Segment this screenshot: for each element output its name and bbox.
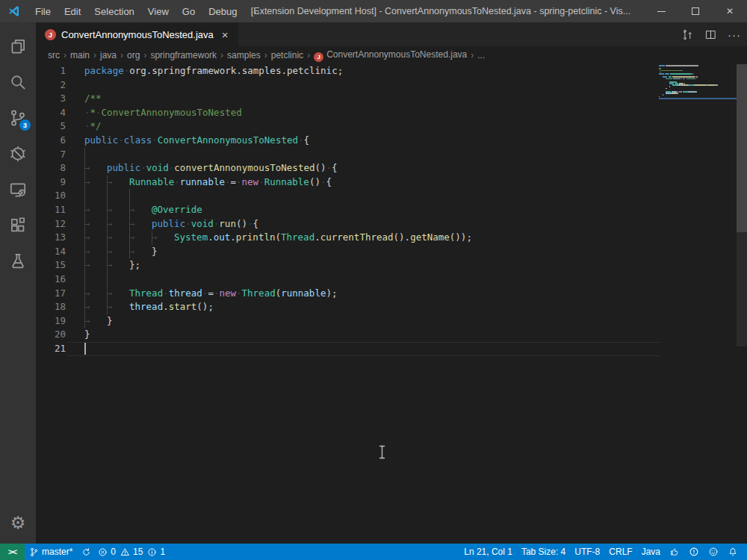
code-line-9[interactable]: →→Runnable·runnable·=·new·Runnable()·{ xyxy=(36,175,657,190)
minimize-button[interactable] xyxy=(644,0,678,22)
breadcrumb-item-samples[interactable]: samples xyxy=(226,50,262,60)
token: (); xyxy=(196,301,214,312)
code-line-2[interactable] xyxy=(36,78,657,93)
code-editor[interactable]: 123456789101112131415161718192021 packag… xyxy=(36,64,747,544)
menu-item-go[interactable]: Go xyxy=(176,0,202,22)
code-line-15[interactable]: →→}; xyxy=(36,258,657,273)
status-host-info[interactable] xyxy=(684,544,704,560)
code-line-13[interactable]: →→→→System.out.println(Thread.currentThr… xyxy=(36,231,657,245)
scrollbar-slider[interactable] xyxy=(737,64,747,232)
token: }; xyxy=(129,259,140,270)
whitespace-dot: · xyxy=(225,176,231,187)
vertical-scrollbar[interactable] xyxy=(737,64,747,544)
breadcrumb-item-springframework[interactable]: springframework xyxy=(149,50,218,60)
code-line-12[interactable]: →→→public·void·run()·{ xyxy=(36,217,657,231)
activity-bar-item-search[interactable] xyxy=(0,64,36,100)
whitespace-dot: · xyxy=(247,218,253,229)
code-line-4[interactable]: ·*·ConvertAnnonymousToNested xyxy=(36,106,657,120)
breadcrumb-item-main[interactable]: main xyxy=(69,50,91,60)
code-line-11[interactable]: →→→@Override xyxy=(36,203,657,217)
code-line-19[interactable]: →} xyxy=(36,314,657,329)
code-line-3[interactable]: /** xyxy=(36,92,657,106)
token: new xyxy=(242,176,259,187)
menu-item-file[interactable]: File xyxy=(28,0,58,22)
code-line-text: public·class·ConvertAnnonymousToNested·{ xyxy=(84,134,309,148)
status-git-branch[interactable]: master* xyxy=(25,544,77,560)
thumbsup-icon xyxy=(669,547,680,557)
code-line-16[interactable] xyxy=(36,273,657,287)
maximize-button[interactable] xyxy=(678,0,713,22)
code-line-18[interactable]: →→thread.start(); xyxy=(36,300,657,314)
activity-bar-item-source-control[interactable]: 3 xyxy=(0,100,36,136)
status-feedback-thumbsup[interactable] xyxy=(665,544,684,560)
whitespace-dot: · xyxy=(236,287,242,299)
breadcrumb-item-org[interactable]: org xyxy=(125,50,141,60)
code-line-1[interactable]: package·org.springframework.samples.petc… xyxy=(36,64,657,78)
code-line-text: →→thread.start(); xyxy=(84,300,214,314)
close-button[interactable]: ✕ xyxy=(713,0,747,22)
token: (). xyxy=(394,231,411,243)
editor-action-more-actions[interactable]: ··· xyxy=(728,28,741,41)
status-cursor-position[interactable]: Ln 21, Col 1 xyxy=(459,544,517,560)
breadcrumb-item-petclinic[interactable]: petclinic xyxy=(270,50,305,60)
extensions-icon xyxy=(8,216,28,235)
breadcrumb-item-java[interactable]: java xyxy=(99,50,118,60)
code-line-6[interactable]: public·class·ConvertAnnonymousToNested·{ xyxy=(36,134,657,148)
whitespace-dot: · xyxy=(258,176,264,187)
remote-indicator[interactable]: >< xyxy=(0,544,25,560)
java-file-icon: J xyxy=(314,52,323,62)
token: /** xyxy=(84,93,102,104)
activity-bar-item-explorer[interactable] xyxy=(0,28,36,64)
code-line-10[interactable] xyxy=(36,189,657,203)
menu-item-debug[interactable]: Debug xyxy=(202,0,244,22)
maximize-icon xyxy=(692,7,699,15)
status-eol-sequence[interactable]: CRLF xyxy=(604,544,636,560)
activity-bar-item-remote-explorer[interactable] xyxy=(0,172,36,208)
activity-bar-item-settings[interactable]: ⚙ xyxy=(0,508,36,538)
breadcrumb-item-ConvertAnnonymousToNestedjava[interactable]: JConvertAnnonymousToNested.java xyxy=(312,49,468,62)
whitespace-tab: → xyxy=(107,287,129,301)
minimap[interactable] xyxy=(659,65,737,99)
menu-item-edit[interactable]: Edit xyxy=(58,0,87,22)
code-line-21[interactable] xyxy=(36,342,657,356)
code-line-17[interactable]: →→Thread·thread·=·new·Thread(runnable); xyxy=(36,287,657,301)
code-line-14[interactable]: →→→} xyxy=(36,245,657,259)
info-icon xyxy=(147,547,157,557)
menu-item-selection[interactable]: Selection xyxy=(87,0,140,22)
code-line-8[interactable]: →public·void·convertAnnonymousToNested()… xyxy=(36,161,657,175)
token: . xyxy=(163,301,169,312)
code-line-7[interactable] xyxy=(36,148,657,162)
status-problems-infos[interactable]: 1 xyxy=(145,544,167,560)
breadcrumb-item-src[interactable]: src xyxy=(46,50,61,60)
whitespace-dot: · xyxy=(185,218,191,229)
code-line-5[interactable]: ·*/ xyxy=(36,119,657,134)
token: Runnable xyxy=(129,176,174,187)
status-notifications[interactable] xyxy=(723,544,743,560)
token: println xyxy=(236,231,276,243)
editor-action-open-changes[interactable] xyxy=(681,28,694,41)
status-encoding[interactable]: UTF-8 xyxy=(570,544,604,560)
status-language-mode[interactable]: Java xyxy=(637,544,665,560)
editor-region: JConvertAnnonymousToNested.java× ··· src… xyxy=(36,22,747,544)
status-indentation[interactable]: Tab Size: 4 xyxy=(517,544,570,560)
status-problems-warnings[interactable]: 15 xyxy=(118,544,145,560)
editor-action-split-editor[interactable] xyxy=(704,28,717,41)
breadcrumb-item-[interactable]: ... xyxy=(476,50,486,60)
indent-guide xyxy=(84,148,85,162)
tab-ConvertAnnonymousToNested.java[interactable]: JConvertAnnonymousToNested.java× xyxy=(36,22,238,46)
activity-bar-item-extensions[interactable] xyxy=(0,208,36,243)
status-feedback-smiley[interactable] xyxy=(704,544,723,560)
whitespace-dot: · xyxy=(236,176,242,187)
status-sync-button[interactable] xyxy=(77,544,96,560)
activity-bar-item-tests[interactable] xyxy=(0,243,36,279)
tab-close-icon[interactable]: × xyxy=(220,28,231,41)
token: Thread xyxy=(281,231,314,243)
whitespace-tab: → xyxy=(84,245,107,259)
code-line-20[interactable]: } xyxy=(36,328,657,342)
status-problems-errors[interactable]: 0 xyxy=(96,544,118,560)
code-line-text: →→Runnable·runnable·=·new·Runnable()·{ xyxy=(84,175,332,190)
text-cursor xyxy=(84,343,86,355)
mouse-ibeam-cursor xyxy=(378,445,386,459)
menu-item-view[interactable]: View xyxy=(141,0,176,22)
activity-bar-item-debug[interactable] xyxy=(0,136,36,172)
